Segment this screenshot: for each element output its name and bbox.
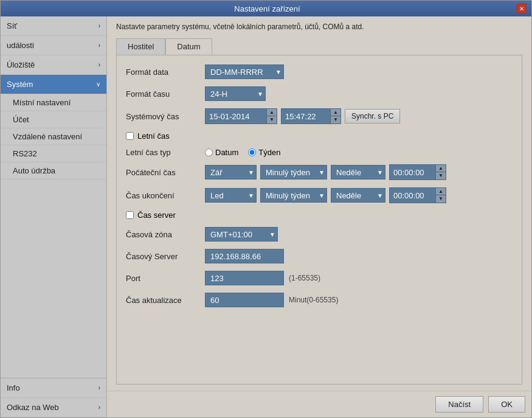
port-hint: (1-65535) (289, 274, 320, 282)
sidebar-item-sit-label: Síť (7, 21, 17, 30)
sidebar-subitem-rs232[interactable]: RS232 (1, 145, 106, 162)
radio-tyden-input[interactable] (248, 148, 256, 156)
cas-ukonceni-label: Čas ukončení (126, 191, 205, 200)
sidebar-item-sit[interactable]: Síť › (1, 16, 106, 36)
pocatecni-week-select[interactable]: Minulý týdenPrvní týdenDruhý týden (260, 165, 327, 179)
sidebar-subitem-ucet-label: Účet (13, 115, 29, 124)
pocatecni-cas-row: Počáteční čas ZářLedÚnoBře ▼ Minulý týd (126, 164, 513, 180)
sidebar-subitem-ucet[interactable]: Účet (1, 111, 106, 128)
sidebar-item-uloziste[interactable]: Úložiště › (1, 55, 106, 75)
spinner-up-btn[interactable]: ▲ (331, 109, 340, 116)
spinner-up-btn[interactable]: ▲ (267, 109, 277, 116)
sidebar-item-udalosti-label: události (7, 41, 34, 50)
spinner-up-btn[interactable]: ▲ (436, 165, 446, 172)
format-data-row: Formát data DD-MM-RRRR MM-DD-RRRR RRRR-M… (126, 64, 513, 79)
ukonceni-day-wrapper: NedělePondělí ▼ (331, 188, 385, 203)
casovy-server-label: Časový Server (126, 252, 205, 261)
tab-content-datum: Formát data DD-MM-RRRR MM-DD-RRRR RRRR-M… (116, 55, 522, 385)
port-input[interactable] (205, 271, 284, 285)
radio-tyden[interactable]: Týden (248, 148, 280, 157)
casovy-server-row: Časový Server (126, 249, 513, 263)
sidebar-item-odkaz[interactable]: Odkaz na Web › (1, 398, 106, 417)
chevron-icon: › (98, 385, 100, 391)
ukonceni-time-input[interactable] (390, 188, 435, 203)
letni-cas-checkbox[interactable] (126, 132, 134, 140)
spinner-arrows: ▲ ▼ (330, 109, 340, 124)
pocatecni-week-wrapper: Minulý týdenPrvní týdenDruhý týden ▼ (260, 165, 327, 179)
casovy-server-input[interactable] (205, 249, 284, 263)
ok-button[interactable]: OK (488, 396, 525, 413)
spinner-down-btn[interactable]: ▼ (267, 116, 277, 124)
system-time-input[interactable] (282, 109, 330, 124)
ukonceni-day-select[interactable]: NedělePondělí (331, 188, 385, 203)
sidebar-item-uloziste-label: Úložiště (7, 60, 35, 69)
cas-aktualizace-hint: Minut(0-65535) (289, 296, 338, 304)
ukonceni-month-wrapper: LedZářPro ▼ (205, 188, 257, 203)
description-text: Nastavte parametry systému, včetně lokál… (116, 23, 522, 31)
chevron-icon: › (98, 42, 100, 49)
format-data-controls: DD-MM-RRRR MM-DD-RRRR RRRR-MM-DD ▼ (205, 64, 284, 79)
close-button[interactable]: ✕ (517, 4, 527, 13)
chevron-down-icon: ∨ (96, 81, 100, 88)
main-window: Nastavení zařízení ✕ Síť › události › Úl… (0, 0, 532, 418)
cas-aktualizace-row: Čas aktualizace Minut(0-65535) (126, 293, 513, 307)
port-row: Port (1-65535) (126, 271, 513, 285)
ukonceni-week-select[interactable]: Minulý týdenPrvní týden (260, 188, 327, 203)
spinner-down-btn[interactable]: ▼ (436, 172, 446, 179)
tab-datum[interactable]: Datum (165, 38, 212, 55)
spinner-arrows: ▲ ▼ (266, 109, 277, 124)
sidebar: Síť › události › Úložiště › Systém ∨ Mís… (1, 16, 107, 417)
content-area: Síť › události › Úložiště › Systém ∨ Mís… (1, 16, 531, 417)
format-time-select[interactable]: 24-H 12-H (205, 86, 266, 101)
bottom-bar: Načíst OK (107, 391, 531, 417)
sidebar-subitem-mistni[interactable]: Místní nastavení (1, 94, 106, 111)
system-time-row: Systémový čas ▲ ▼ (126, 108, 513, 124)
letni-cas-typ-label: Letní čas typ (126, 148, 205, 157)
ukonceni-controls: LedZářPro ▼ Minulý týdenPrvní týden ▼ (205, 187, 446, 203)
sidebar-subitem-mistni-label: Místní nastavení (13, 98, 71, 107)
pocatecni-day-select[interactable]: NedělePondělíÚterý (331, 165, 385, 179)
format-time-controls: 24-H 12-H ▼ (205, 86, 266, 101)
tab-hostitel[interactable]: Hostitel (116, 38, 165, 55)
sync-button[interactable]: Synchr. s PC (345, 109, 400, 124)
sidebar-item-odkaz-label: Odkaz na Web (7, 403, 59, 412)
ukonceni-month-select[interactable]: LedZářPro (205, 188, 257, 203)
cas-server-checkbox[interactable] (126, 211, 134, 219)
sidebar-subitem-vzdalene-label: Vzdálené nastavení (13, 132, 82, 141)
spinner-down-btn[interactable]: ▼ (436, 195, 446, 203)
cas-aktualizace-label: Čas aktualizace (126, 296, 205, 305)
pocatecni-time-input[interactable] (390, 165, 435, 179)
sidebar-item-system-label: Systém (7, 80, 33, 89)
cas-aktualizace-input[interactable] (205, 293, 284, 307)
spinner-up-btn[interactable]: ▲ (436, 188, 446, 195)
chevron-icon: › (98, 404, 100, 411)
sidebar-item-udalosti[interactable]: události › (1, 36, 106, 55)
spinner-down-btn[interactable]: ▼ (331, 116, 340, 124)
system-time-controls: ▲ ▼ ▲ ▼ Synchr. s P (205, 108, 400, 124)
chevron-icon: › (98, 23, 100, 29)
window-title: Nastavení zařízení (18, 4, 517, 13)
pocatecni-cas-label: Počáteční čas (126, 168, 205, 177)
chevron-icon: › (98, 61, 100, 68)
pocatecni-day-wrapper: NedělePondělíÚterý ▼ (331, 165, 385, 179)
sidebar-subitem-auto[interactable]: Auto údržba (1, 162, 106, 179)
casova-zona-label: Časová zóna (126, 230, 205, 239)
sidebar-subitem-vzdalene[interactable]: Vzdálené nastavení (1, 128, 106, 145)
casova-zona-controls: GMT+01:00GMT+00:00GMT+02:00 ▼ (205, 227, 278, 242)
main-content: Nastavte parametry systému, včetně lokál… (107, 16, 531, 417)
nacist-button[interactable]: Načíst (435, 396, 483, 413)
sidebar-item-system[interactable]: Systém ∨ (1, 75, 106, 94)
sidebar-subitem-auto-label: Auto údržba (13, 166, 55, 175)
cas-ukonceni-row: Čas ukončení LedZářPro ▼ Minulý týdenPr (126, 187, 513, 203)
sidebar-item-info[interactable]: Info › (1, 378, 106, 398)
system-date-input[interactable] (206, 109, 266, 124)
sidebar-item-info-label: Info (7, 383, 20, 392)
casova-zona-select[interactable]: GMT+01:00GMT+00:00GMT+02:00 (205, 227, 278, 242)
radio-datum[interactable]: Datum (205, 148, 238, 157)
radio-datum-input[interactable] (205, 148, 213, 156)
format-data-select-wrapper: DD-MM-RRRR MM-DD-RRRR RRRR-MM-DD ▼ (205, 64, 284, 79)
format-data-select[interactable]: DD-MM-RRRR MM-DD-RRRR RRRR-MM-DD (205, 64, 284, 79)
pocatecni-month-select[interactable]: ZářLedÚnoBře (205, 165, 257, 179)
pocatecni-month-wrapper: ZářLedÚnoBře ▼ (205, 165, 257, 179)
letni-cas-typ-radios: Datum Týden (205, 148, 280, 157)
